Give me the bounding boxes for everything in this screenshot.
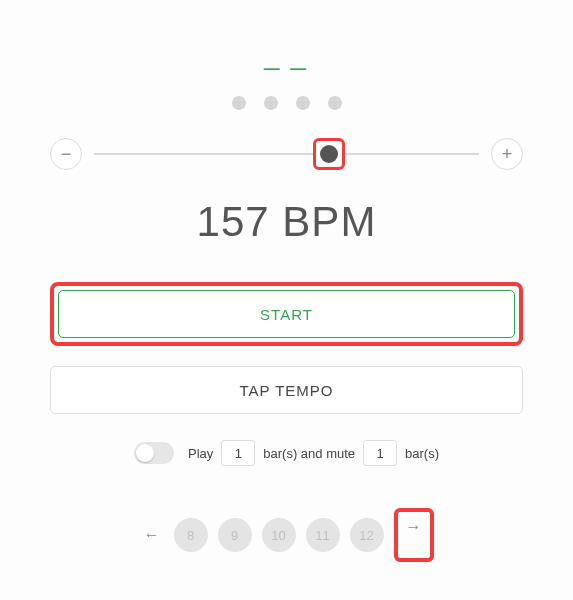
mute-toggle[interactable] <box>134 442 174 464</box>
bars-and-mute-label: bar(s) and mute <box>263 446 355 461</box>
tempo-slider-thumb-wrap <box>313 138 345 170</box>
beat-dot <box>296 96 310 110</box>
tempo-slider-thumb[interactable] <box>320 145 338 163</box>
beat-indicator-row <box>232 96 342 110</box>
pager-prev-arrow[interactable]: ← <box>140 526 164 544</box>
pager-next-arrow[interactable]: → <box>400 514 428 540</box>
mute-trainer-row: Play bar(s) and mute bar(s) <box>134 440 439 466</box>
pager-item[interactable]: 9 <box>218 518 252 552</box>
pagination: ← 8 9 10 11 12 → <box>140 508 434 562</box>
bpm-display: 157 BPM <box>197 198 377 246</box>
mute-bars-input[interactable] <box>363 440 397 466</box>
tempo-slider-track[interactable] <box>94 153 479 155</box>
tempo-minus-button[interactable]: − <box>50 138 82 170</box>
bars-suffix-label: bar(s) <box>405 446 439 461</box>
metronome-container: — — − + 157 BPM START TAP TEMPO Play bar… <box>0 0 573 592</box>
pager-item[interactable]: 11 <box>306 518 340 552</box>
toggle-knob <box>136 444 154 462</box>
beat-dot <box>264 96 278 110</box>
header-dashes: — — <box>264 60 309 78</box>
highlight-next-arrow: → <box>394 508 434 562</box>
tap-tempo-button[interactable]: TAP TEMPO <box>50 366 523 414</box>
beat-dot <box>328 96 342 110</box>
highlight-slider-thumb <box>313 138 345 170</box>
tempo-slider-row: − + <box>50 138 523 170</box>
play-bars-input[interactable] <box>221 440 255 466</box>
pager-item[interactable]: 10 <box>262 518 296 552</box>
start-button[interactable]: START <box>58 290 515 338</box>
play-label: Play <box>188 446 213 461</box>
tempo-plus-button[interactable]: + <box>491 138 523 170</box>
beat-dot <box>232 96 246 110</box>
pager-item[interactable]: 12 <box>350 518 384 552</box>
pager-item[interactable]: 8 <box>174 518 208 552</box>
highlight-start-button: START <box>50 282 523 346</box>
